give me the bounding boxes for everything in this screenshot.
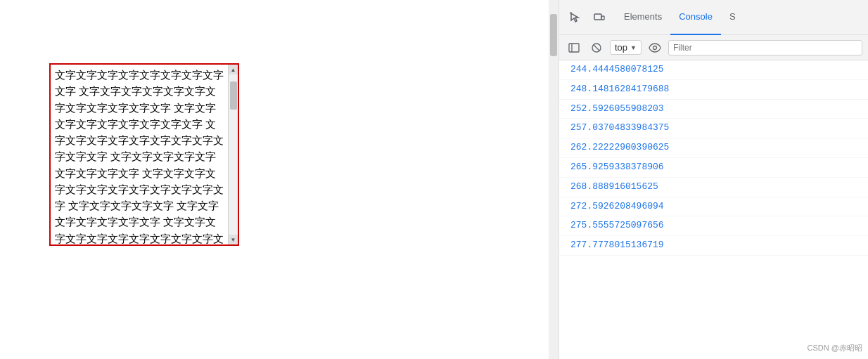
tab-sources[interactable]: S [721, 0, 744, 35]
console-line-0: 244.4444580078125 [559, 60, 868, 80]
console-line-1: 248.14816284179688 [559, 80, 868, 100]
block-icon[interactable] [587, 39, 606, 57]
console-line-9: 277.7778015136719 [559, 236, 868, 256]
console-line-5: 265.9259338378906 [559, 158, 868, 178]
text-box-scroll-down[interactable]: ▼ [229, 235, 238, 244]
devtools-panel: Elements Console S top ▼ [559, 0, 868, 359]
text-box-scroll-up[interactable]: ▲ [229, 65, 238, 74]
tab-elements[interactable]: Elements [615, 0, 670, 35]
text-box-content: 文字文字文字文字文字文字文字文字文字 文字文字文字文字文字文字文字文字文字文字文… [51, 65, 228, 244]
text-box: 文字文字文字文字文字文字文字文字文字 文字文字文字文字文字文字文字文字文字文字文… [49, 63, 239, 246]
filter-input[interactable] [668, 40, 862, 56]
page-scrollbar-thumb[interactable] [550, 14, 557, 56]
tab-console[interactable]: Console [670, 0, 721, 35]
page-scrollbar[interactable] [549, 0, 559, 359]
devtools-toolbar: Elements Console S [559, 0, 868, 35]
console-toolbar: top ▼ [559, 35, 868, 60]
browser-page: 文字文字文字文字文字文字文字文字文字 文字文字文字文字文字文字文字文字文字文字文… [0, 0, 559, 359]
console-output: 244.4444580078125 248.14816284179688 252… [559, 60, 868, 359]
svg-point-7 [653, 46, 657, 49]
svg-rect-0 [570, 12, 572, 14]
svg-rect-1 [594, 14, 601, 20]
svg-line-6 [594, 44, 600, 51]
text-box-scrollbar-thumb[interactable] [230, 81, 237, 110]
console-line-3: 257.03704833984375 [559, 119, 868, 138]
console-line-4: 262.22222900390625 [559, 138, 868, 158]
console-line-6: 268.888916015625 [559, 178, 868, 197]
sidebar-toggle-icon[interactable] [565, 39, 583, 57]
console-line-2: 252.5926055908203 [559, 100, 868, 119]
device-toggle-btn[interactable] [589, 7, 610, 28]
svg-rect-2 [601, 16, 604, 20]
inspect-icon-btn[interactable] [565, 7, 586, 28]
top-context-selector[interactable]: top ▼ [610, 40, 642, 55]
chevron-down-icon: ▼ [630, 44, 637, 51]
eye-icon-btn[interactable] [646, 39, 664, 57]
text-box-scrollbar[interactable]: ▲ ▼ [228, 65, 238, 244]
watermark: CSDN @赤昭昭 [808, 343, 862, 353]
top-context-label: top [615, 42, 627, 53]
console-line-8: 275.5555725097656 [559, 216, 868, 236]
svg-rect-3 [569, 44, 579, 52]
devtools-tabs: Elements Console S [615, 0, 744, 35]
text-box-scrollbar-track[interactable] [229, 74, 238, 235]
console-line-7: 272.5926208496094 [559, 197, 868, 217]
